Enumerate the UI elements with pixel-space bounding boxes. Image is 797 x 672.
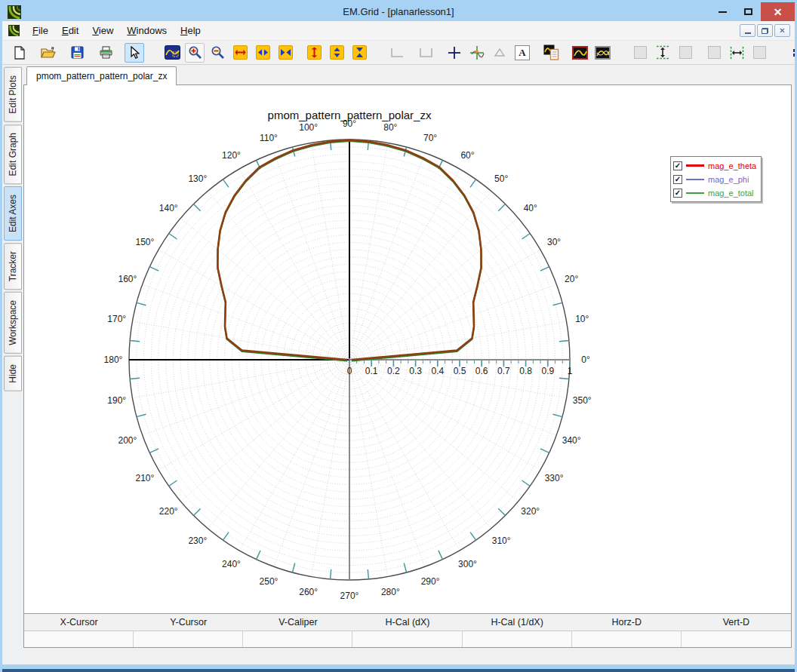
caliper-button[interactable] xyxy=(490,43,509,63)
sidebar-tab-hide[interactable]: Hide xyxy=(4,356,22,391)
svg-text:230°: 230° xyxy=(188,535,207,546)
maximize-button[interactable] xyxy=(735,2,761,21)
legend-line-sample xyxy=(686,192,704,194)
expand-y-button[interactable] xyxy=(304,43,324,63)
svg-text:350°: 350° xyxy=(573,395,592,406)
compress-x-icon xyxy=(280,48,291,57)
svg-text:60°: 60° xyxy=(460,150,474,161)
svg-text:0.8: 0.8 xyxy=(519,366,532,376)
menu-item-help[interactable]: Help xyxy=(174,22,208,39)
svg-text:110°: 110° xyxy=(260,133,278,143)
new-file-icon xyxy=(14,46,26,60)
menu-item-file[interactable]: File xyxy=(26,22,55,39)
print-icon xyxy=(99,46,113,59)
mdi-minimize-icon xyxy=(745,32,751,34)
status-col-horz-d: Horz-D xyxy=(572,617,682,628)
plot-style-multi-icon xyxy=(595,46,611,60)
save-button[interactable] xyxy=(67,43,87,63)
menu-item-windows[interactable]: Windows xyxy=(120,22,174,39)
axes-corner-button[interactable] xyxy=(387,43,407,63)
minimize-icon xyxy=(719,11,727,13)
compress-y-button[interactable] xyxy=(349,43,369,63)
fit-vertical-button[interactable] xyxy=(653,43,672,63)
plot-notes-button[interactable] xyxy=(541,43,561,63)
status-col-vert-d: Vert-D xyxy=(682,617,791,628)
expand-x-button[interactable] xyxy=(230,43,250,63)
close-button[interactable]: ✕ xyxy=(761,2,795,21)
zoom-window-button[interactable] xyxy=(162,43,182,63)
plot-style-multi-button[interactable] xyxy=(592,43,612,63)
shift-x-button[interactable] xyxy=(253,43,272,63)
status-col-hcal-1dx: H-Cal (1/dX) xyxy=(463,617,572,628)
checkbox-checked-icon[interactable]: ✓ xyxy=(673,175,682,184)
layout-menu-button[interactable]: Layout ▼ xyxy=(787,45,797,60)
svg-text:120°: 120° xyxy=(222,150,241,161)
pane-top-icon xyxy=(634,46,647,59)
svg-text:0.9: 0.9 xyxy=(541,366,554,376)
plot-style-single-button[interactable] xyxy=(570,43,589,63)
svg-text:0.2: 0.2 xyxy=(387,366,400,376)
axes-box-button[interactable] xyxy=(416,43,435,63)
open-file-button[interactable] xyxy=(38,43,58,63)
svg-text:0.7: 0.7 xyxy=(497,366,510,376)
document-tab[interactable]: pmom_pattern_pattern_polar_zx xyxy=(26,66,177,85)
sidebar-tab-edit-plots[interactable]: Edit Plots xyxy=(4,67,22,122)
legend-item-mag-e-total[interactable]: ✓ mag_e_total xyxy=(673,186,756,199)
pointer-icon xyxy=(129,46,140,60)
svg-text:0°: 0° xyxy=(581,354,590,365)
fit-horizontal-button[interactable] xyxy=(727,43,746,63)
checkbox-checked-icon[interactable]: ✓ xyxy=(673,189,682,198)
pane-bottom-button[interactable] xyxy=(675,43,695,63)
zoom-in-button[interactable] xyxy=(185,43,205,63)
sidebar-tab-workspace[interactable]: Workspace xyxy=(4,292,22,354)
crosshair-button[interactable] xyxy=(445,43,464,63)
plot-notes-icon xyxy=(543,44,559,60)
mdi-minimize-button[interactable] xyxy=(740,24,755,37)
svg-text:0.1: 0.1 xyxy=(365,366,378,376)
compress-x-button[interactable] xyxy=(275,43,295,63)
svg-text:100°: 100° xyxy=(299,122,318,133)
pointer-tool-button[interactable] xyxy=(125,43,144,63)
legend-item-mag-e-theta[interactable]: ✓ mag_e_theta xyxy=(673,159,756,172)
svg-text:330°: 330° xyxy=(545,473,564,483)
mdi-restore-button[interactable] xyxy=(757,24,773,37)
minimize-button[interactable] xyxy=(709,2,735,21)
pane-left-icon xyxy=(708,46,721,59)
expand-x-icon xyxy=(235,48,246,57)
legend-item-mag-e-phi[interactable]: ✓ mag_e_phi xyxy=(673,173,756,186)
sidebar-tab-tracker[interactable]: Tracker xyxy=(4,243,22,290)
svg-text:140°: 140° xyxy=(159,203,178,213)
sidebar-tab-edit-graph[interactable]: Edit Graph xyxy=(4,124,22,184)
pane-top-button[interactable] xyxy=(630,43,650,63)
pane-left-button[interactable] xyxy=(704,43,724,63)
bottom-strip xyxy=(23,648,792,664)
legend-label: mag_e_total xyxy=(708,189,754,198)
pane-right-icon xyxy=(753,46,766,59)
document-logo-icon xyxy=(8,25,20,36)
print-button[interactable] xyxy=(96,43,115,63)
svg-text:260°: 260° xyxy=(299,587,318,597)
text-annotation-button[interactable]: A xyxy=(512,43,532,63)
mdi-close-button[interactable]: ✕ xyxy=(774,24,790,37)
new-file-button[interactable] xyxy=(10,43,29,63)
sidebar-tab-edit-axes[interactable]: Edit Axes xyxy=(4,186,22,241)
tracker-button[interactable] xyxy=(467,43,487,63)
toolbar: A xyxy=(2,41,795,65)
menu-item-edit[interactable]: Edit xyxy=(55,22,85,39)
legend-line-sample xyxy=(686,164,704,167)
shift-y-button[interactable] xyxy=(327,43,346,63)
menu-item-view[interactable]: View xyxy=(85,22,120,39)
legend-line-sample xyxy=(686,179,704,180)
checkbox-checked-icon[interactable]: ✓ xyxy=(673,161,682,170)
zoom-out-button[interactable] xyxy=(208,43,227,63)
status-cell xyxy=(352,631,462,647)
status-cell xyxy=(682,631,791,647)
pane-right-button[interactable] xyxy=(749,43,769,63)
maximize-icon xyxy=(744,8,752,15)
status-cell xyxy=(134,631,243,647)
pane-bottom-icon xyxy=(679,46,692,59)
mdi-close-icon: ✕ xyxy=(779,26,785,35)
svg-text:240°: 240° xyxy=(222,559,241,569)
svg-text:80°: 80° xyxy=(383,122,397,133)
status-cell xyxy=(243,631,352,647)
